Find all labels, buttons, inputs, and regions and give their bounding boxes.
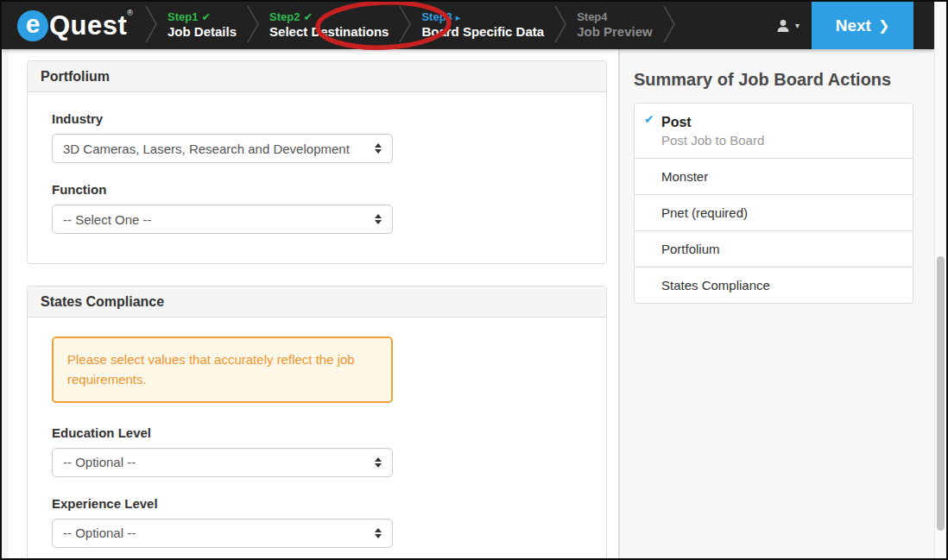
page-content: Portfolium Industry 3D Cameras, Lasers, … xyxy=(2,49,934,558)
step-separator-icon xyxy=(145,6,157,46)
step-active-caret-icon: ▸ xyxy=(456,12,461,22)
industry-select-value: 3D Cameras, Lasers, Research and Develop… xyxy=(63,142,350,156)
step-separator-icon xyxy=(663,6,675,46)
page-scrollbar-thumb[interactable] xyxy=(937,256,945,531)
compliance-warning-message: Please select values that accurately ref… xyxy=(52,337,393,403)
step-1-job-details[interactable]: Step1✔ Job Details xyxy=(161,2,243,49)
education-level-select-value: -- Optional -- xyxy=(63,455,136,469)
navbar-spacer xyxy=(679,2,763,49)
next-button-label: Next xyxy=(836,16,871,35)
step-3-board-specific-data[interactable]: Step3▸ Board Specific Data xyxy=(414,2,551,49)
function-form-group: Function -- Select One -- xyxy=(52,182,593,234)
user-account-menu[interactable]: ▾ xyxy=(763,18,812,34)
list-item-post[interactable]: ✔ Post Post Job to Board xyxy=(635,104,913,158)
experience-level-form-group: Experience Level -- Optional -- xyxy=(52,496,593,548)
list-item-pnet-label: Pnet (required) xyxy=(661,205,748,220)
list-item-portfolium-label: Portfolium xyxy=(661,242,720,256)
page-scrollbar-track[interactable] xyxy=(934,2,946,558)
browser-viewport: e Quest ® Step1✔ Job Details Step2✔ Sele… xyxy=(0,0,948,560)
list-item-monster[interactable]: Monster xyxy=(635,158,913,194)
select-updown-arrows-icon xyxy=(375,528,382,538)
select-updown-arrows-icon xyxy=(375,143,382,154)
registered-mark: ® xyxy=(127,9,133,17)
step1-number: Step1 xyxy=(167,10,198,23)
education-level-label: Education Level xyxy=(52,425,593,440)
select-updown-arrows-icon xyxy=(375,457,382,468)
summary-sidebar: Summary of Job Board Actions ✔ Post Post… xyxy=(620,49,934,558)
next-button[interactable]: Next ❯ xyxy=(812,2,913,49)
step1-label: Job Details xyxy=(167,24,237,41)
experience-level-label: Experience Level xyxy=(52,496,593,511)
education-level-select[interactable]: -- Optional -- xyxy=(52,448,393,477)
chevron-down-icon: ▾ xyxy=(795,21,799,30)
step3-number: Step3 xyxy=(421,10,452,23)
panel-portfolium-title: Portfolium xyxy=(28,61,606,92)
industry-select[interactable]: 3D Cameras, Lasers, Research and Develop… xyxy=(52,134,393,163)
step-complete-check-icon: ✔ xyxy=(303,10,313,23)
form-column: Portfolium Industry 3D Cameras, Lasers, … xyxy=(9,49,620,558)
experience-level-select-value: -- Optional -- xyxy=(63,525,136,540)
step-separator-icon xyxy=(247,6,259,46)
panel-states-compliance: States Compliance Please select values t… xyxy=(27,286,607,558)
user-icon xyxy=(775,18,791,34)
industry-label: Industry xyxy=(52,111,593,126)
step-2-select-destinations[interactable]: Step2✔ Select Destinations xyxy=(262,2,395,49)
blue-check-icon: ✔ xyxy=(644,112,654,126)
step2-number: Step2 xyxy=(269,10,300,23)
summary-title: Summary of Job Board Actions xyxy=(634,70,917,90)
select-updown-arrows-icon xyxy=(375,214,382,224)
industry-form-group: Industry 3D Cameras, Lasers, Research an… xyxy=(52,111,593,163)
step-separator-icon xyxy=(399,6,411,46)
panel-states-compliance-title: States Compliance xyxy=(28,286,606,318)
equest-logo-text: Quest xyxy=(49,10,127,41)
equest-logo[interactable]: e Quest ® xyxy=(2,2,142,49)
list-item-post-sublabel: Post Job to Board xyxy=(661,131,900,149)
list-item-post-label: Post xyxy=(661,113,900,131)
experience-level-select[interactable]: -- Optional -- xyxy=(52,519,393,548)
wizard-navbar: e Quest ® Step1✔ Job Details Step2✔ Sele… xyxy=(2,2,934,49)
function-label: Function xyxy=(52,182,593,197)
function-select[interactable]: -- Select One -- xyxy=(52,204,393,234)
education-level-form-group: Education Level -- Optional -- xyxy=(52,425,593,477)
list-item-states-compliance[interactable]: States Compliance xyxy=(635,267,913,303)
step4-number: Step4 xyxy=(577,10,653,24)
function-select-value: -- Select One -- xyxy=(63,212,152,227)
step-separator-icon xyxy=(554,6,566,46)
step-4-job-preview[interactable]: Step4 Job Preview xyxy=(570,2,660,49)
step4-label: Job Preview xyxy=(577,24,653,41)
list-item-portfolium[interactable]: Portfolium xyxy=(635,230,913,267)
list-item-states-compliance-label: States Compliance xyxy=(661,278,770,293)
step3-label: Board Specific Data xyxy=(421,24,544,41)
job-board-actions-list: ✔ Post Post Job to Board Monster Pnet (r… xyxy=(634,103,913,304)
chevron-right-icon: ❯ xyxy=(878,17,889,34)
list-item-pnet[interactable]: Pnet (required) xyxy=(635,194,913,230)
equest-logo-circle: e xyxy=(17,10,48,41)
step-complete-check-icon: ✔ xyxy=(201,10,211,23)
list-item-monster-label: Monster xyxy=(661,169,708,184)
panel-portfolium: Portfolium Industry 3D Cameras, Lasers, … xyxy=(27,60,607,264)
step2-label: Select Destinations xyxy=(269,24,389,41)
